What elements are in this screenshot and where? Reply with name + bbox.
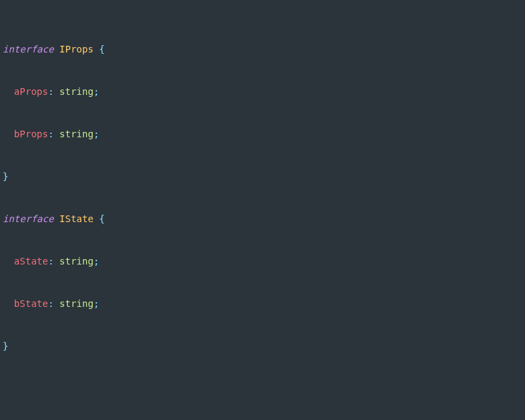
brace-close: }	[3, 171, 8, 182]
semicolon: ;	[94, 298, 99, 309]
colon: :	[48, 256, 53, 267]
prop-bprops: bProps	[14, 129, 48, 139]
type-string: string	[59, 129, 94, 139]
code-line[interactable]: }	[0, 339, 525, 353]
code-line[interactable]: bProps: string;	[0, 127, 525, 141]
semicolon: ;	[94, 256, 99, 267]
code-line[interactable]: interface IProps {	[0, 42, 525, 57]
code-line[interactable]	[0, 382, 525, 396]
colon: :	[48, 298, 53, 309]
prop-astate: aState	[14, 256, 48, 267]
code-line[interactable]: aProps: string;	[0, 85, 525, 99]
code-line[interactable]: interface IState {	[0, 212, 525, 226]
prop-bstate: bState	[14, 298, 48, 309]
type-string: string	[59, 298, 94, 309]
brace-open: {	[99, 213, 104, 224]
type-string: string	[59, 86, 94, 97]
code-line[interactable]: bState: string;	[0, 297, 525, 311]
brace-close: }	[3, 341, 8, 351]
code-line[interactable]: }	[0, 170, 525, 184]
semicolon: ;	[94, 129, 99, 139]
keyword-interface: interface	[3, 213, 54, 224]
brace-open: {	[99, 44, 104, 55]
type-string: string	[59, 256, 94, 267]
prop-aprops: aProps	[14, 86, 48, 97]
code-editor[interactable]: interface IProps { aProps: string; bProp…	[0, 0, 525, 420]
colon: :	[48, 129, 53, 139]
colon: :	[48, 86, 53, 97]
keyword-interface: interface	[3, 44, 54, 55]
semicolon: ;	[94, 86, 99, 97]
type-istate: IState	[59, 213, 94, 224]
type-iprops: IProps	[59, 44, 94, 55]
code-line[interactable]: aState: string;	[0, 254, 525, 269]
